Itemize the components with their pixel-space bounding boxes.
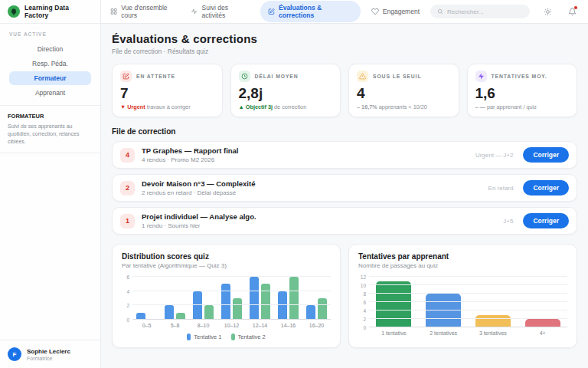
notification-dot bbox=[574, 6, 577, 9]
stat-label: DÉLAI MOYEN bbox=[255, 74, 299, 79]
chart-distribution-scores-quiz: Distribution scores quiz Par tentative (… bbox=[112, 244, 341, 348]
y-tick-label: 0 bbox=[363, 325, 366, 330]
x-tick-label: 0–5 bbox=[132, 323, 161, 328]
search-box bbox=[430, 5, 530, 18]
legend-marker bbox=[187, 334, 191, 340]
x-tick-label: 12–14 bbox=[246, 323, 274, 328]
chart-tentatives-par-apprenant: Tentatives par apprenant Nombre de passa… bbox=[348, 244, 577, 348]
queue-row-devoir-maison[interactable]: 2 Devoir Maison n°3 — Complexité 2 rendu… bbox=[112, 174, 577, 202]
x-tick-label: 5–8 bbox=[161, 323, 189, 328]
role-description-block: FORMATEUR Suivi de ses apprenants au quo… bbox=[0, 106, 100, 153]
stat-subtext: ▼ Urgent travaux à corriger bbox=[120, 104, 214, 110]
tab-suivi-activites[interactable]: Suivi des activités bbox=[191, 1, 249, 22]
pending-count-badge: 2 bbox=[120, 181, 135, 196]
tab-engagement[interactable]: Engagement bbox=[371, 5, 420, 18]
stat-card-tentatives-moy: TENTATIVES MOY. 1,6 – — par apprenant / … bbox=[467, 64, 578, 117]
assignment-subtitle: 1 rendu · Soumis hier bbox=[142, 222, 496, 229]
grid-icon bbox=[110, 8, 117, 15]
search-input[interactable] bbox=[447, 8, 523, 15]
queue-row-tp-graphes[interactable]: 4 TP Graphes — Rapport final 4 rendus · … bbox=[112, 141, 577, 169]
stat-trend: – 16,7% bbox=[357, 104, 377, 110]
role-description: Suivi de ses apprenants au quotidien, co… bbox=[8, 123, 93, 146]
activity-icon bbox=[191, 8, 198, 15]
y-tick-label: 0 bbox=[126, 317, 129, 323]
notifications-button[interactable] bbox=[565, 5, 579, 18]
corriger-button[interactable]: Corriger bbox=[523, 180, 569, 196]
correction-queue: 4 TP Graphes — Rapport final 4 rendus · … bbox=[112, 141, 577, 235]
clock-icon bbox=[239, 71, 250, 82]
bar bbox=[376, 281, 411, 328]
x-tick-label: 1 tentative bbox=[369, 330, 419, 336]
tab-bar: Vue d'ensemble cours Suivi des activités… bbox=[110, 1, 420, 22]
bar bbox=[306, 305, 315, 320]
x-tick-label: 4+ bbox=[518, 330, 567, 336]
stat-card-delai-moyen: DÉLAI MOYEN 2,8j ▲ Objectif 3j de correc… bbox=[230, 64, 341, 117]
warning-icon bbox=[357, 71, 368, 82]
assignment-title: Projet individuel — Analyse algo. bbox=[142, 212, 496, 221]
corriger-button[interactable]: Corriger bbox=[523, 213, 569, 228]
tab-label: Suivi des activités bbox=[201, 4, 249, 19]
deadline-meta: J+5 bbox=[503, 218, 513, 225]
stat-trend: – — bbox=[475, 104, 485, 110]
queue-row-projet-individuel[interactable]: 1 Projet individuel — Analyse algo. 1 re… bbox=[112, 207, 577, 235]
y-axis: 0246 bbox=[122, 277, 132, 320]
stat-label: TENTATIVES MOY. bbox=[492, 74, 547, 79]
stat-subtext: – 16,7% apprenants < 10/20 bbox=[357, 104, 451, 110]
stat-subtext: – — par apprenant / quiz bbox=[475, 104, 570, 110]
y-tick-label: 4 bbox=[126, 288, 129, 294]
user-role: Formatrice bbox=[27, 356, 70, 361]
bolt-icon bbox=[475, 71, 487, 82]
bar bbox=[204, 305, 214, 320]
stat-trend: ▲ Objectif 3j bbox=[239, 104, 273, 110]
topbar: Vue d'ensemble cours Suivi des activités… bbox=[101, 0, 588, 24]
y-tick-label: 2 bbox=[126, 303, 129, 308]
sidebar-item-resp-peda[interactable]: Resp. Péda. bbox=[9, 57, 91, 71]
gridline bbox=[369, 318, 567, 319]
app-window: Learning Data Factory VUE ACTIVE Directi… bbox=[0, 0, 588, 368]
x-tick-label: 10–12 bbox=[217, 323, 246, 328]
bar bbox=[318, 298, 327, 320]
brand: Learning Data Factory bbox=[0, 0, 100, 24]
y-tick-label: 12 bbox=[361, 274, 366, 280]
gridline bbox=[369, 284, 567, 285]
chart-title: Tentatives par apprenant bbox=[358, 252, 567, 261]
sidebar-item-direction[interactable]: Direction bbox=[9, 42, 91, 56]
avatar: F bbox=[8, 347, 21, 361]
chart-legend: Tentative 1Tentative 2 bbox=[122, 334, 331, 340]
y-tick-label: 8 bbox=[363, 291, 366, 297]
bar-group bbox=[189, 277, 217, 320]
bar-group bbox=[302, 277, 331, 320]
y-tick-label: 10 bbox=[361, 283, 366, 288]
tab-vue-ensemble-cours[interactable]: Vue d'ensemble cours bbox=[110, 1, 180, 22]
user-profile[interactable]: F Sophie Leclerc Formatrice bbox=[0, 340, 100, 368]
heart-icon bbox=[371, 8, 379, 15]
stat-card-en-attente: EN ATTENTE 7 ▼ Urgent travaux à corriger bbox=[112, 64, 223, 117]
stat-label: SOUS LE SEUIL bbox=[373, 74, 421, 79]
gridline bbox=[369, 276, 567, 277]
legend-item: Tentative 2 bbox=[231, 334, 266, 340]
x-tick-label: 3 tentatives bbox=[469, 330, 518, 336]
x-tick-label: 2 tentatives bbox=[419, 330, 469, 336]
corriger-button[interactable]: Corriger bbox=[523, 147, 569, 163]
bar bbox=[289, 277, 299, 320]
bar-group bbox=[274, 277, 302, 320]
y-axis: 024681012 bbox=[358, 277, 369, 327]
y-tick-label: 6 bbox=[363, 300, 366, 305]
bar bbox=[233, 298, 242, 320]
bar bbox=[426, 294, 461, 327]
theme-toggle-button[interactable] bbox=[541, 5, 554, 18]
stat-value: 7 bbox=[120, 85, 214, 102]
y-tick-label: 6 bbox=[126, 274, 129, 280]
chart-subtitle: Par tentative (Algorithmique — Quiz 3) bbox=[122, 262, 331, 269]
chart-plot-area: 024681012 bbox=[358, 277, 567, 327]
queue-heading: File de correction bbox=[112, 127, 577, 136]
gridline bbox=[369, 301, 567, 302]
stat-subtext: ▲ Objectif 3j de correction bbox=[239, 104, 333, 110]
page-subtitle: File de correction · Résultats quiz bbox=[112, 48, 577, 55]
stat-value: 1,6 bbox=[475, 85, 570, 102]
bar bbox=[475, 315, 511, 328]
sidebar-item-apprenant[interactable]: Apprenant bbox=[9, 86, 91, 100]
sidebar-item-formateur[interactable]: Formateur bbox=[9, 71, 91, 85]
deadline-meta: Urgent — J+2 bbox=[475, 152, 514, 159]
tab-evaluations-corrections[interactable]: Évaluations & corrections bbox=[260, 1, 361, 22]
